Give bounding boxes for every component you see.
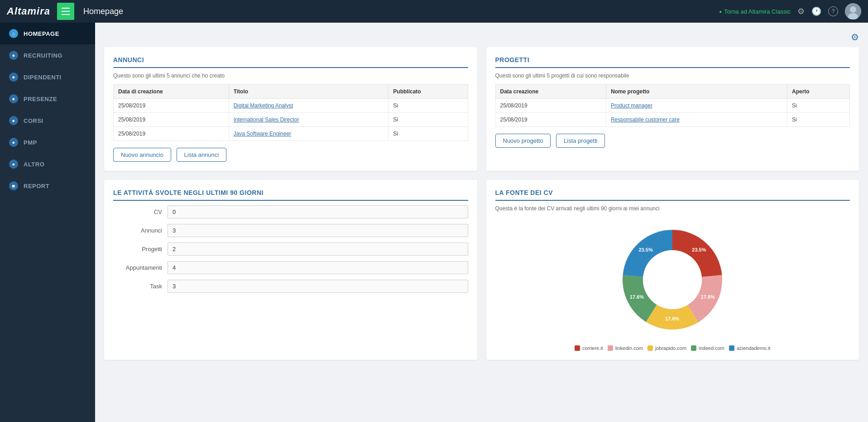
activity-row: Annunci 3 — [113, 224, 468, 237]
corsi-icon: ● — [9, 116, 18, 125]
progetti-name-cell: Product manager — [606, 99, 787, 113]
classic-link[interactable]: Torna ad Altamira Classic — [719, 8, 791, 15]
legend-dot — [575, 345, 580, 351]
gear-icon[interactable]: ⚙ — [797, 6, 805, 16]
page-title: Homepage — [83, 7, 719, 16]
recruiting-icon: ● — [9, 51, 18, 60]
bottom-grid: LE ATTIVITÀ SVOLTE NEGLI ULTIMI 90 GIORN… — [104, 180, 859, 360]
annunci-table: Data di creazione Titolo Pubblicato 25/0… — [113, 84, 468, 141]
progetti-subtitle: Questi sono gli ultimi 5 progetti di cui… — [495, 73, 850, 79]
progetti-open: Si — [787, 113, 850, 127]
activity-label: Task — [113, 283, 168, 290]
progetti-buttons: Nuovo progetto Lista progetti — [495, 127, 850, 148]
progetti-card: PROGETTI Questi sono gli ultimi 5 proget… — [486, 47, 859, 171]
progetti-title: PROGETTI — [495, 56, 850, 68]
report-icon: ■ — [9, 181, 18, 190]
progetti-name-cell: Responsabile customer care — [606, 113, 787, 127]
presenze-icon: ● — [9, 94, 18, 103]
table-row: 25/08/2019 International Sales Director … — [114, 113, 468, 127]
top-grid: ANNUNCI Questo sono gli ultimi 5 annunci… — [104, 47, 859, 171]
pie-label: 17.8% — [701, 294, 715, 300]
annunci-title-cell: Digital Marketing Analyst — [229, 99, 388, 113]
fonte-cv-title: LA FONTE DEI CV — [495, 189, 850, 201]
activity-label: Annunci — [113, 227, 168, 234]
progetti-date: 25/08/2019 — [495, 113, 606, 127]
table-row: 25/08/2019 Responsabile customer care Si — [495, 113, 850, 127]
annunci-published: Si — [388, 113, 468, 127]
dipendenti-icon: ● — [9, 73, 18, 82]
activities-card: LE ATTIVITÀ SVOLTE NEGLI ULTIMI 90 GIORN… — [104, 180, 477, 360]
homepage-icon: ⌂ — [9, 29, 18, 38]
topbar: Altamira Homepage Torna ad Altamira Clas… — [0, 0, 868, 23]
help-icon[interactable]: ? — [828, 6, 838, 16]
annunci-buttons: Nuovo annuncio Lista annunci — [113, 141, 468, 162]
topbar-right: Torna ad Altamira Classic ⚙ 🕐 ? — [719, 3, 861, 19]
sidebar-item-altro[interactable]: ● ALTRO — [0, 153, 95, 175]
annunci-subtitle: Questo sono gli ultimi 5 annunci che ho … — [113, 73, 468, 79]
sidebar-item-report[interactable]: ■ REPORT — [0, 175, 95, 197]
sidebar-item-recruiting[interactable]: ● RECRUITING — [0, 44, 95, 66]
table-row: 25/08/2019 Digital Marketing Analyst Si — [114, 99, 468, 113]
activity-value: 3 — [168, 280, 468, 293]
activity-label: Appuntamenti — [113, 264, 168, 271]
table-row: 25/08/2019 Product manager Si — [495, 99, 850, 113]
sidebar-item-presenze[interactable]: ● PRESENZE — [0, 88, 95, 110]
pie-label: 23.5% — [639, 247, 653, 252]
pie-container: 23.5%17.8%17.6%17.6%23.5% — [495, 221, 850, 339]
fonte-cv-subtitle: Questa è la fonte dei CV arrivati negli … — [495, 205, 850, 212]
legend-item: jobrapido.com — [647, 345, 686, 351]
legend-dot — [647, 345, 653, 351]
activity-label: CV — [113, 209, 168, 215]
legend-dot — [608, 345, 613, 351]
nuovo-annuncio-button[interactable]: Nuovo annuncio — [113, 148, 171, 162]
sidebar-item-pmp[interactable]: ● PMP — [0, 131, 95, 153]
pie-chart: 23.5%17.8%17.6%17.6%23.5% — [614, 221, 731, 339]
annunci-published: Si — [388, 99, 468, 113]
annunci-date: 25/08/2019 — [114, 127, 229, 141]
avatar[interactable] — [845, 3, 861, 19]
legend-label: linkedin.com — [615, 345, 643, 351]
legend-label: indeed.com — [699, 345, 724, 351]
fonte-cv-card: LA FONTE DEI CV Questa è la fonte dei CV… — [486, 180, 859, 360]
clock-icon[interactable]: 🕐 — [811, 6, 821, 16]
legend-item: indeed.com — [691, 345, 724, 351]
activity-row: Appuntamenti 4 — [113, 261, 468, 274]
progetti-col-date: Data creazione — [495, 85, 606, 99]
activity-row: Progetti 2 — [113, 243, 468, 256]
progetti-date: 25/08/2019 — [495, 99, 606, 113]
top-settings: ⚙ — [104, 32, 859, 43]
menu-button[interactable] — [57, 3, 74, 20]
legend-dot — [729, 345, 734, 351]
progetti-open: Si — [787, 99, 850, 113]
sidebar: ⌂ HOMEPAGE ● RECRUITING ● DIPENDENTI ● P… — [0, 23, 95, 422]
legend-label: jobrapido.com — [655, 345, 686, 351]
legend-label: aziendademo.it — [737, 345, 771, 351]
annunci-date: 25/08/2019 — [114, 99, 229, 113]
legend-item: aziendademo.it — [729, 345, 771, 351]
annunci-published: Si — [388, 127, 468, 141]
annunci-title-cell: Java Software Engineer — [229, 127, 388, 141]
pie-label: 17.6% — [665, 316, 679, 321]
lista-progetti-button[interactable]: Lista progetti — [556, 134, 605, 148]
progetti-table: Data creazione Nome progetto Aperto 25/0… — [495, 84, 850, 127]
nuovo-progetto-button[interactable]: Nuovo progetto — [495, 134, 551, 148]
progetti-col-open: Aperto — [787, 85, 850, 99]
legend-item: corriere.it — [575, 345, 603, 351]
altro-icon: ● — [9, 160, 18, 169]
activities-title: LE ATTIVITÀ SVOLTE NEGLI ULTIMI 90 GIORN… — [113, 189, 468, 201]
annunci-title: ANNUNCI — [113, 56, 468, 68]
activity-value: 4 — [168, 261, 468, 274]
annunci-col-published: Pubblicato — [388, 85, 468, 99]
annunci-col-title: Titolo — [229, 85, 388, 99]
settings-icon[interactable]: ⚙ — [851, 32, 859, 43]
annunci-card: ANNUNCI Questo sono gli ultimi 5 annunci… — [104, 47, 477, 171]
legend-dot — [691, 345, 696, 351]
activity-value: 3 — [168, 224, 468, 237]
lista-annunci-button[interactable]: Lista annunci — [177, 148, 227, 162]
sidebar-item-homepage[interactable]: ⌂ HOMEPAGE — [0, 23, 95, 44]
sidebar-item-dipendenti[interactable]: ● DIPENDENTI — [0, 66, 95, 88]
annunci-col-date: Data di creazione — [114, 85, 229, 99]
annunci-date: 25/08/2019 — [114, 113, 229, 127]
svg-point-1 — [850, 6, 856, 13]
sidebar-item-corsi[interactable]: ● CORSI — [0, 110, 95, 131]
